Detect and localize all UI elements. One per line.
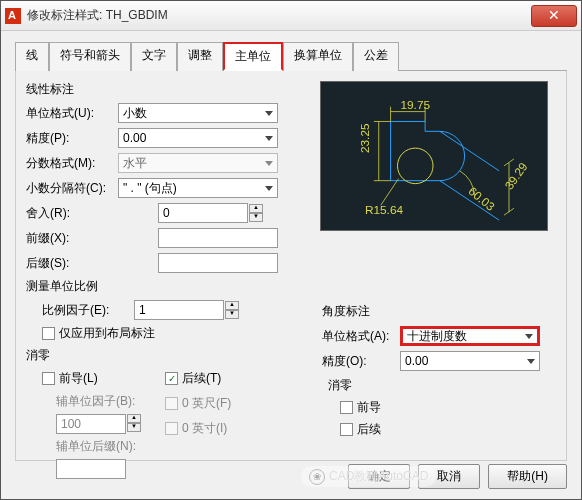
leading-checkbox[interactable] bbox=[42, 372, 55, 385]
angular-precision-combo[interactable]: 0.00 bbox=[400, 351, 540, 371]
ok-button[interactable]: 确定 bbox=[348, 464, 410, 489]
dim-height: 23.25 bbox=[358, 123, 372, 153]
chevron-down-icon bbox=[265, 111, 273, 116]
tab-bar: 线 符号和箭头 文字 调整 主单位 换算单位 公差 bbox=[15, 41, 567, 71]
unit-format-label: 单位格式(U): bbox=[26, 105, 118, 122]
angular-format-label: 单位格式(A): bbox=[322, 328, 400, 345]
precision-label: 精度(P): bbox=[26, 130, 118, 147]
suffix-input[interactable] bbox=[158, 253, 278, 273]
angular-format-combo[interactable]: 十进制度数 bbox=[400, 326, 540, 346]
round-spinner[interactable]: ▲▼ bbox=[249, 204, 263, 222]
tab-tolerances[interactable]: 公差 bbox=[353, 42, 399, 71]
panel: 线性标注 单位格式(U): 小数 精度(P): 0.00 bbox=[15, 71, 567, 461]
titlebar: 修改标注样式: TH_GBDIM ✕ bbox=[1, 1, 581, 31]
cancel-button[interactable]: 取消 bbox=[418, 464, 480, 489]
inches-label: 0 英寸(I) bbox=[182, 420, 227, 437]
angular-trailing-label: 后续 bbox=[357, 421, 381, 438]
prefix-label: 前缀(X): bbox=[26, 230, 118, 247]
angular-trailing-checkbox[interactable] bbox=[340, 423, 353, 436]
suffix-label: 后缀(S): bbox=[26, 255, 118, 272]
angular-precision-label: 精度(O): bbox=[322, 353, 400, 370]
layout-only-label: 仅应用到布局标注 bbox=[59, 325, 155, 342]
linear-group-label: 线性标注 bbox=[26, 81, 308, 98]
chevron-down-icon bbox=[265, 161, 273, 166]
scale-factor-input[interactable]: 1 bbox=[134, 300, 224, 320]
scale-group-label: 测量单位比例 bbox=[26, 278, 308, 295]
round-label: 舍入(R): bbox=[26, 205, 118, 222]
content-area: 线 符号和箭头 文字 调整 主单位 换算单位 公差 线性标注 单位格式(U): … bbox=[1, 31, 581, 471]
trailing-checkbox[interactable] bbox=[165, 372, 178, 385]
svg-point-0 bbox=[397, 148, 433, 184]
help-button[interactable]: 帮助(H) bbox=[488, 464, 567, 489]
subfactor-label: 辅单位因子(B): bbox=[56, 393, 141, 410]
precision-combo[interactable]: 0.00 bbox=[118, 128, 278, 148]
leading-label: 前导(L) bbox=[59, 370, 98, 387]
tab-text[interactable]: 文字 bbox=[131, 42, 177, 71]
zero-group-label: 消零 bbox=[26, 347, 308, 364]
decimal-sep-label: 小数分隔符(C): bbox=[26, 180, 118, 197]
subsuffix-input[interactable] bbox=[56, 459, 126, 479]
linear-group: 线性标注 单位格式(U): 小数 精度(P): 0.00 bbox=[22, 81, 312, 483]
dialog-window: 修改标注样式: TH_GBDIM ✕ 线 符号和箭头 文字 调整 主单位 换算单… bbox=[0, 0, 582, 500]
button-row: 确定 取消 帮助(H) bbox=[348, 464, 567, 489]
angular-group: 角度标注 单位格式(A): 十进制度数 精度(O): 0.00 消零 bbox=[320, 243, 560, 445]
app-icon bbox=[5, 8, 21, 24]
layout-only-checkbox[interactable] bbox=[42, 327, 55, 340]
chevron-down-icon bbox=[525, 334, 533, 339]
fraction-format-combo[interactable]: 水平 bbox=[118, 153, 278, 173]
subfactor-spinner[interactable]: ▲▼ bbox=[127, 414, 141, 434]
trailing-label: 后续(T) bbox=[182, 370, 221, 387]
dim-radius: R15.64 bbox=[365, 203, 404, 217]
feet-checkbox[interactable] bbox=[165, 397, 178, 410]
round-input[interactable]: 0 bbox=[158, 203, 248, 223]
inches-checkbox[interactable] bbox=[165, 422, 178, 435]
unit-format-combo[interactable]: 小数 bbox=[118, 103, 278, 123]
subfactor-input[interactable]: 100 bbox=[56, 414, 126, 434]
preview-pane: 19.75 23.25 R15.64 60.03 39.29 bbox=[320, 81, 548, 231]
angular-zero-label: 消零 bbox=[328, 377, 558, 394]
close-button[interactable]: ✕ bbox=[531, 5, 577, 27]
decimal-sep-combo[interactable]: " . " (句点) bbox=[118, 178, 278, 198]
tab-fit[interactable]: 调整 bbox=[177, 42, 223, 71]
angular-group-label: 角度标注 bbox=[322, 303, 558, 320]
dim-width: 19.75 bbox=[400, 98, 430, 112]
fraction-format-label: 分数格式(M): bbox=[26, 155, 118, 172]
angular-leading-label: 前导 bbox=[357, 399, 381, 416]
svg-line-9 bbox=[381, 179, 399, 206]
window-title: 修改标注样式: TH_GBDIM bbox=[27, 7, 531, 24]
chevron-down-icon bbox=[265, 136, 273, 141]
angular-leading-checkbox[interactable] bbox=[340, 401, 353, 414]
chevron-down-icon bbox=[265, 186, 273, 191]
right-column: 19.75 23.25 R15.64 60.03 39.29 角度标注 单位格式… bbox=[320, 81, 560, 450]
subsuffix-label: 辅单位后缀(N): bbox=[56, 438, 141, 455]
scale-factor-label: 比例因子(E): bbox=[42, 302, 134, 319]
chevron-down-icon bbox=[527, 359, 535, 364]
dim-angle: 60.03 bbox=[466, 184, 498, 214]
tab-symbols-arrows[interactable]: 符号和箭头 bbox=[49, 42, 131, 71]
feet-label: 0 英尺(F) bbox=[182, 395, 231, 412]
scale-factor-spinner[interactable]: ▲▼ bbox=[225, 301, 239, 319]
prefix-input[interactable] bbox=[158, 228, 278, 248]
tab-alternate-units[interactable]: 换算单位 bbox=[283, 42, 353, 71]
svg-line-1 bbox=[440, 131, 499, 170]
tab-primary-units[interactable]: 主单位 bbox=[223, 42, 283, 71]
tab-lines[interactable]: 线 bbox=[15, 42, 49, 71]
left-column: 线性标注 单位格式(U): 小数 精度(P): 0.00 bbox=[22, 81, 312, 450]
